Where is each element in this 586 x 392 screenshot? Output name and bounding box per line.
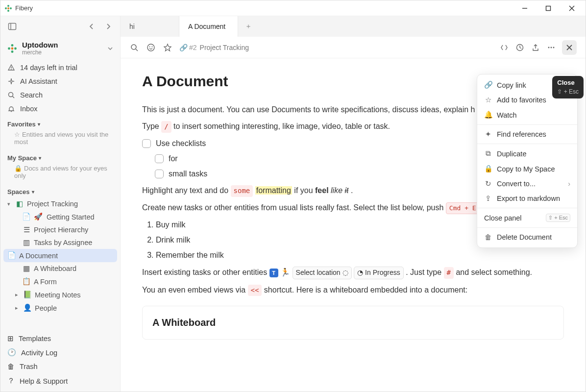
tree-item-project-tracking[interactable]: ▾ ◧ Project Tracking [0, 197, 120, 210]
app-icon [4, 4, 12, 12]
workspace-switcher[interactable]: Uptodown merche [0, 37, 120, 61]
sidebar-item-label: Activity Log [21, 349, 57, 357]
svg-point-12 [14, 47, 17, 49]
caret-right-icon[interactable]: ▸ [13, 292, 20, 298]
warning-icon [7, 64, 15, 72]
sidebar: Uptodown merche 14 days left in trial AI… [0, 16, 121, 392]
spaces-header[interactable]: Spaces ▾ [0, 183, 120, 197]
menu-export-markdown[interactable]: ⇪Export to markdown [477, 191, 577, 206]
caret-down-icon: ▾ [32, 189, 34, 195]
svg-point-1 [10, 7, 12, 9]
caret-down-icon[interactable]: ▾ [5, 201, 12, 207]
list-icon: ☰ [22, 226, 31, 234]
entity-chip-location[interactable]: Select location ◌ [293, 267, 352, 279]
menu-watch[interactable]: 🔔Watch [477, 107, 577, 122]
sidebar-item-label: Trash [20, 363, 38, 370]
myspace-header[interactable]: My Space ▾ [0, 149, 120, 164]
window-close-button[interactable] [562, 1, 582, 15]
sidebar-item-templates[interactable]: ⊞ Templates [0, 332, 120, 345]
checkbox[interactable] [155, 170, 164, 178]
tab-hi[interactable]: hi [121, 16, 179, 37]
menu-duplicate[interactable]: ⧉Duplicate [477, 146, 577, 161]
trial-notice[interactable]: 14 days left in trial [0, 61, 120, 74]
checkbox[interactable] [142, 139, 151, 148]
svg-line-19 [13, 97, 15, 98]
sidebar-item-activity-log[interactable]: 🕑 Activity Log [0, 345, 120, 360]
breadcrumb[interactable]: 🔗 #2 Project Tracking [179, 44, 249, 51]
expand-button[interactable] [499, 43, 509, 52]
chevron-down-icon [107, 46, 113, 51]
more-button[interactable] [546, 43, 556, 52]
whiteboard-embed[interactable]: A Whiteboard [142, 306, 564, 340]
close-tooltip: Close ⇧ + Esc [552, 76, 584, 98]
tree-label: Project Hierarchy [34, 226, 88, 234]
tree-item-getting-started[interactable]: 📄 🚀 Getting Started [0, 210, 120, 223]
sidebar-item-search[interactable]: Search [0, 88, 120, 102]
bell-icon [7, 105, 15, 113]
convert-icon: ↻ [484, 180, 492, 188]
hash-key: # [444, 267, 454, 279]
list-item[interactable]: Remember the milk [156, 249, 564, 262]
tab-a-document[interactable]: A Document [179, 16, 238, 37]
tree-item-people[interactable]: ▸ 👤 People [0, 301, 120, 315]
caret-right-icon[interactable]: ▸ [13, 305, 20, 311]
svg-point-3 [5, 7, 7, 9]
paragraph[interactable]: Insert existing tasks or other entities … [142, 267, 564, 279]
menu-separator [477, 124, 577, 125]
document-toolbar: 🔗 #2 Project Tracking [121, 37, 586, 58]
window-minimize-button[interactable] [515, 1, 535, 15]
panel-toggle-icon[interactable] [6, 21, 18, 32]
tooltip-shortcut: ⇧ + Esc [557, 88, 579, 96]
embed-key: << [248, 285, 262, 296]
sidebar-item-ai[interactable]: AI Assistant [0, 74, 120, 88]
emoji-button[interactable] [146, 43, 156, 52]
window-maximize-button[interactable] [538, 1, 558, 15]
entity-type-badge: T [269, 269, 278, 277]
window-titlebar: Fibery [0, 0, 586, 16]
svg-line-22 [136, 49, 138, 51]
svg-point-15 [11, 47, 14, 49]
menu-find-references[interactable]: ✦Find references [477, 127, 577, 142]
menu-close-panel[interactable]: Close panel⇧ + Esc [477, 210, 577, 225]
tree-label: Tasks by Assignee [34, 239, 92, 246]
favorites-header[interactable]: Favorites ▾ [0, 116, 120, 130]
bold-text: feel [315, 186, 329, 195]
menu-copy-to-space[interactable]: 🔒Copy to My Space [477, 161, 577, 176]
menu-convert[interactable]: ↻Convert to...› [477, 176, 577, 191]
kbd-shortcut: Cmd + E [446, 202, 480, 214]
checkbox[interactable] [155, 154, 164, 163]
search-in-doc-button[interactable] [129, 43, 139, 52]
caret-down-icon: ▾ [38, 122, 40, 127]
paragraph[interactable]: You an even embed views via << shortcut.… [142, 284, 564, 296]
entity-chip-status[interactable]: ◔ In Progress [354, 267, 404, 279]
search-icon [7, 91, 15, 99]
nav-back-button[interactable] [86, 21, 98, 32]
menu-delete-document[interactable]: 🗑Delete Document [477, 230, 577, 245]
svg-point-14 [8, 47, 10, 49]
nav-forward-button[interactable] [102, 21, 114, 32]
svg-point-0 [7, 5, 9, 7]
progress-icon: ◔ [357, 268, 363, 278]
tree-item-a-document[interactable]: 📄 A Document [3, 249, 117, 262]
sidebar-item-label: Search [20, 91, 43, 99]
tree-item-meeting-notes[interactable]: ▸ 📗 Meeting Notes [0, 288, 120, 301]
history-button[interactable] [515, 43, 525, 52]
link-chip: 🔗 #2 [179, 44, 197, 51]
sidebar-item-trash[interactable]: 🗑 Trash [0, 360, 120, 373]
tree-item-project-hierarchy[interactable]: ☰ Project Hierarchy [0, 223, 120, 236]
sidebar-item-help[interactable]: ？ Help & Support [0, 373, 120, 389]
svg-point-29 [553, 47, 555, 48]
checklist-label: for [169, 153, 178, 165]
workspace-user: merche [22, 49, 102, 56]
tree-item-a-whiteboard[interactable]: ▦ A Whiteboard [0, 262, 120, 275]
add-tab-button[interactable]: ＋ [238, 16, 259, 37]
breadcrumb-label: Project Tracking [200, 44, 249, 51]
close-panel-button[interactable] [562, 40, 577, 55]
share-button[interactable] [531, 43, 540, 52]
sidebar-item-inbox[interactable]: Inbox [0, 102, 120, 116]
tree-item-tasks-by-assignee[interactable]: ▥ Tasks by Assignee [0, 236, 120, 249]
tree-item-a-form[interactable]: 📋 A Form [0, 275, 120, 288]
menu-separator [477, 144, 577, 144]
main-panel: hi A Document ＋ 🔗 #2 Project Tracking [121, 16, 586, 392]
favorite-button[interactable] [163, 43, 172, 52]
